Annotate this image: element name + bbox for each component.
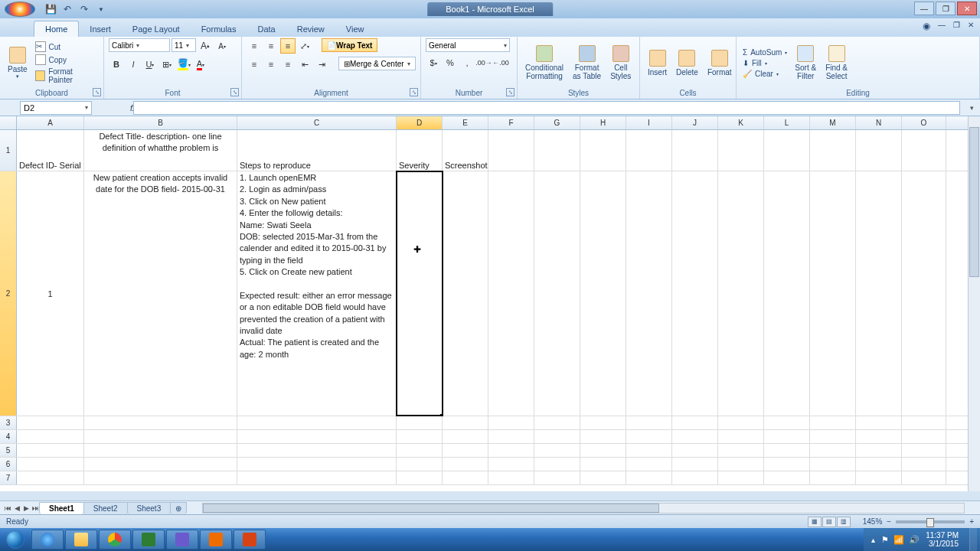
- select-all-corner[interactable]: [0, 116, 17, 129]
- cell-j2[interactable]: [672, 171, 718, 416]
- format-painter-button[interactable]: Format Painter: [34, 67, 99, 85]
- copy-button[interactable]: Copy: [34, 54, 99, 66]
- taskbar-ie[interactable]: [31, 530, 64, 549]
- cell-j1[interactable]: [672, 130, 718, 171]
- font-dialog-launcher[interactable]: ⤡: [230, 88, 239, 96]
- cell-g2[interactable]: [534, 171, 580, 416]
- delete-cells-button[interactable]: Delete: [673, 48, 701, 78]
- clear-button[interactable]: 🧹Clear▾: [741, 69, 789, 79]
- office-button[interactable]: [5, 2, 35, 17]
- col-header-c[interactable]: C: [237, 116, 397, 129]
- taskbar-clock[interactable]: 11:37 PM 3/1/2015: [926, 531, 963, 548]
- accounting-format-button[interactable]: $▾: [426, 55, 441, 70]
- tab-data[interactable]: Data: [247, 21, 286, 37]
- doc-minimize-icon[interactable]: —: [938, 21, 946, 31]
- increase-font-button[interactable]: A▴: [198, 38, 213, 54]
- minimize-button[interactable]: —: [914, 2, 934, 15]
- increase-decimal-button[interactable]: .00→: [476, 55, 492, 70]
- number-dialog-launcher[interactable]: ⤡: [506, 88, 514, 96]
- volume-icon[interactable]: 🔊: [909, 535, 920, 545]
- row-header-5[interactable]: 5: [0, 444, 17, 457]
- col-header-e[interactable]: E: [443, 116, 488, 129]
- merge-center-button[interactable]: ⊞ Merge & Center▾: [338, 57, 416, 70]
- fx-icon[interactable]: fx: [95, 103, 130, 112]
- sheet-tab-sheet3[interactable]: Sheet3: [127, 502, 172, 514]
- sheet-nav-first[interactable]: ⏮: [3, 504, 12, 512]
- normal-view-button[interactable]: ▦: [808, 517, 822, 527]
- taskbar-excel[interactable]: [132, 530, 165, 549]
- orientation-button[interactable]: ⤢▾: [297, 38, 312, 54]
- format-cells-button[interactable]: Format: [704, 48, 735, 78]
- align-bottom-button[interactable]: ≡: [280, 38, 296, 54]
- tray-expand-icon[interactable]: ▴: [871, 536, 875, 544]
- fill-color-button[interactable]: 🪣▾: [176, 57, 191, 72]
- maximize-button[interactable]: ❐: [936, 2, 956, 15]
- comma-format-button[interactable]: ,: [459, 55, 475, 70]
- cell-b2[interactable]: New patient creation accepts invalid dat…: [84, 171, 237, 416]
- cell-h2[interactable]: [580, 171, 626, 416]
- decrease-decimal-button[interactable]: ←.00: [493, 55, 508, 70]
- help-icon[interactable]: ◉: [923, 21, 930, 31]
- new-sheet-button[interactable]: ⊕: [170, 502, 187, 514]
- cell-c2[interactable]: 1. Launch openEMR 2. Login as admin/pass…: [237, 171, 397, 416]
- col-header-d[interactable]: D: [397, 116, 443, 129]
- increase-indent-button[interactable]: ⇥: [314, 57, 329, 72]
- cell-l1[interactable]: [764, 130, 810, 171]
- percent-format-button[interactable]: %: [443, 55, 458, 70]
- expand-formula-bar[interactable]: ▾: [966, 104, 977, 112]
- qat-dropdown-icon[interactable]: ▼: [95, 3, 107, 15]
- col-header-o[interactable]: O: [902, 116, 946, 129]
- alignment-dialog-launcher[interactable]: ⤡: [410, 88, 418, 96]
- format-as-table-button[interactable]: Format as Table: [570, 44, 604, 82]
- tab-page-layout[interactable]: Page Layout: [122, 21, 191, 37]
- sheet-tab-sheet1[interactable]: Sheet1: [39, 502, 84, 514]
- font-name-dropdown[interactable]: Calibri▾: [109, 38, 170, 52]
- cell-f1[interactable]: [488, 130, 534, 171]
- row-header-4[interactable]: 4: [0, 430, 17, 443]
- row-header-1[interactable]: 1: [0, 130, 17, 171]
- wrap-text-button[interactable]: 📄 Wrap Text: [322, 38, 377, 52]
- save-icon[interactable]: 💾: [44, 3, 57, 15]
- find-select-button[interactable]: Find & Select: [822, 44, 851, 82]
- zoom-in-button[interactable]: +: [969, 517, 974, 526]
- row-header-6[interactable]: 6: [0, 458, 17, 471]
- row-header-7[interactable]: 7: [0, 471, 17, 484]
- align-middle-button[interactable]: ≡: [263, 38, 279, 54]
- taskbar-powerpoint[interactable]: [234, 530, 266, 549]
- tab-view[interactable]: View: [335, 21, 375, 37]
- cell-o2[interactable]: [902, 171, 946, 416]
- cell-m2[interactable]: [810, 171, 856, 416]
- cell-d1[interactable]: Severity: [397, 130, 443, 171]
- sheet-nav-next[interactable]: ▶: [21, 504, 31, 512]
- cell-h1[interactable]: [580, 130, 626, 171]
- col-header-k[interactable]: K: [718, 116, 764, 129]
- formula-input[interactable]: [133, 101, 960, 115]
- font-color-button[interactable]: A▾: [193, 57, 208, 72]
- taskbar-app1[interactable]: [166, 530, 198, 549]
- align-left-button[interactable]: ≡: [247, 57, 262, 72]
- cell-l2[interactable]: [764, 171, 810, 416]
- col-header-n[interactable]: N: [856, 116, 902, 129]
- show-desktop-button[interactable]: [969, 528, 977, 551]
- underline-button[interactable]: U▾: [142, 57, 158, 72]
- italic-button[interactable]: I: [126, 57, 141, 72]
- decrease-font-button[interactable]: A▾: [214, 38, 230, 54]
- undo-icon[interactable]: ↶: [61, 3, 74, 15]
- align-top-button[interactable]: ≡: [247, 38, 262, 54]
- align-center-button[interactable]: ≡: [263, 57, 279, 72]
- borders-button[interactable]: ⊞▾: [159, 57, 175, 72]
- conditional-formatting-button[interactable]: Conditional Formatting: [522, 44, 567, 82]
- col-header-h[interactable]: H: [580, 116, 626, 129]
- doc-restore-icon[interactable]: ❐: [953, 21, 960, 31]
- tab-review[interactable]: Review: [286, 21, 335, 37]
- cell-a2[interactable]: 1: [17, 171, 84, 416]
- sheet-tab-sheet2[interactable]: Sheet2: [83, 502, 128, 514]
- page-layout-view-button[interactable]: ▤: [822, 517, 836, 527]
- col-header-g[interactable]: G: [534, 116, 580, 129]
- cell-k2[interactable]: [718, 171, 764, 416]
- doc-close-icon[interactable]: ✕: [968, 21, 974, 31]
- tab-home[interactable]: Home: [34, 21, 79, 37]
- align-right-button[interactable]: ≡: [280, 57, 296, 72]
- horizontal-scrollbar[interactable]: [202, 503, 965, 514]
- cell-o1[interactable]: [902, 130, 946, 171]
